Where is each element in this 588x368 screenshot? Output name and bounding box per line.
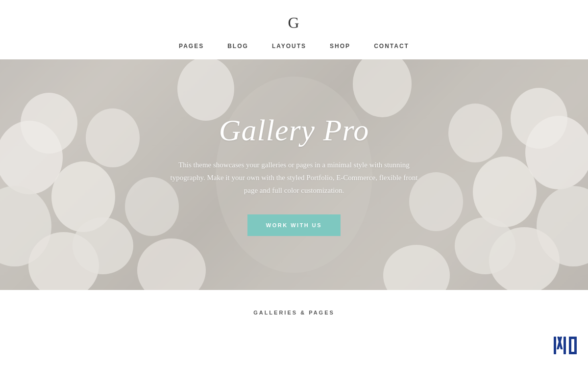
- hero-content: Gallery Pro This theme showcases your ga…: [157, 113, 431, 237]
- nav-item-blog[interactable]: BLOG: [227, 43, 248, 50]
- galleries-section: GALLERIES & PAGES: [0, 290, 588, 325]
- hero-description: This theme showcases your galleries or p…: [167, 158, 421, 197]
- watermark-svg: [553, 333, 578, 358]
- svg-point-13: [455, 217, 515, 274]
- nav-item-layouts[interactable]: LAYOUTS: [272, 43, 306, 50]
- svg-rect-26: [574, 337, 577, 354]
- svg-point-5: [86, 108, 140, 167]
- nav-item-pages[interactable]: PAGES: [179, 43, 204, 50]
- svg-point-11: [511, 88, 567, 149]
- site-header: G PAGES BLOG LAYOUTS SHOP CONTACT: [0, 0, 588, 59]
- nav-item-contact[interactable]: CONTACT: [374, 43, 409, 50]
- nav-item-shop[interactable]: SHOP: [330, 43, 350, 50]
- svg-rect-24: [564, 337, 566, 354]
- svg-point-10: [473, 157, 537, 227]
- work-with-us-button[interactable]: WORK WITH US: [247, 214, 341, 236]
- hero-title: Gallery Pro: [167, 113, 421, 147]
- hero-section: Gallery Pro This theme showcases your ga…: [0, 59, 588, 290]
- svg-rect-28: [569, 352, 577, 354]
- svg-rect-25: [569, 337, 571, 354]
- svg-rect-27: [569, 337, 577, 339]
- svg-point-16: [137, 238, 206, 290]
- svg-point-6: [73, 217, 133, 274]
- svg-point-15: [353, 59, 412, 117]
- svg-rect-21: [554, 337, 556, 354]
- svg-point-17: [383, 245, 450, 290]
- svg-point-12: [448, 104, 502, 162]
- watermark-logo: [553, 333, 578, 358]
- site-logo[interactable]: G: [288, 14, 300, 32]
- galleries-section-title: GALLERIES & PAGES: [253, 310, 335, 315]
- svg-point-14: [177, 59, 234, 121]
- main-nav: PAGES BLOG LAYOUTS SHOP CONTACT: [179, 43, 409, 50]
- svg-point-4: [21, 93, 77, 154]
